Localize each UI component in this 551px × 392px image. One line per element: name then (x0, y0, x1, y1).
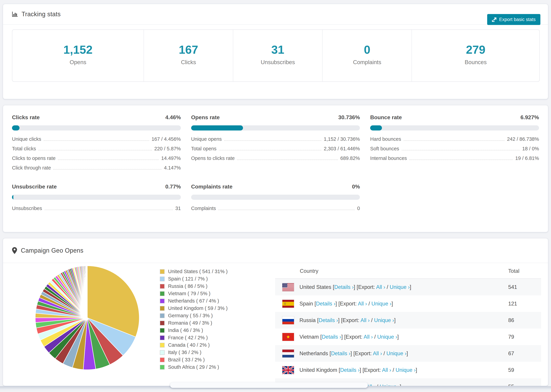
details-link[interactable]: Details › (331, 350, 350, 357)
stat-label: Opens (70, 59, 86, 65)
table-row-nl: Netherlands [Details ›] [Export: All › /… (275, 345, 541, 362)
stat-label: Clicks (181, 59, 196, 65)
export-all-link[interactable]: All › (382, 367, 391, 373)
stat-label: Unsubscribes (261, 59, 295, 65)
stat-label: Complaints (353, 59, 381, 65)
rate-progress-bar (370, 125, 539, 131)
bracket: ] (397, 334, 399, 340)
geo-opens-pie-chart (33, 263, 142, 372)
metric-row: Complaints 0 (191, 206, 360, 215)
rate-progress-fill (370, 125, 382, 131)
legend-label: United States ( 541 / 31% ) (168, 269, 228, 274)
bracket: ] (341, 334, 343, 340)
total-value: 55 (508, 384, 514, 386)
dotted-leader (53, 169, 162, 169)
metric-label: Opens to clicks rate (191, 155, 235, 161)
export-button-label: Export basic stats (499, 17, 536, 22)
details-link[interactable]: Details › (322, 334, 341, 340)
table-body: United States [Details ›] [Export: All ›… (275, 279, 541, 386)
metric-label: Clicks to opens rate (12, 155, 56, 161)
dotted-leader (409, 160, 513, 160)
details-link[interactable]: Details › (340, 367, 360, 373)
legend-item-spain: Spain ( 121 / 7% ) (160, 275, 228, 283)
metric-value: 31 (175, 206, 181, 211)
metric-label: Complaints (191, 206, 216, 211)
table-row-ru: Russia [Details ›] [Export: All › / Uniq… (275, 312, 541, 329)
table-row-es: Spain [Details ›] [Export: All › / Uniqu… (275, 295, 541, 312)
bracket: [ (339, 367, 340, 373)
details-link[interactable]: Details › (319, 317, 338, 323)
export-unique-link[interactable]: Unique › (377, 334, 397, 340)
stat-card-complaints: 0 Complaints (322, 30, 411, 81)
export-unique-link[interactable]: Unique › (390, 284, 410, 290)
geo-opens-title: Campaign Geo Opens (21, 247, 83, 254)
metric-value: 0 (357, 206, 360, 211)
export-unique-link[interactable]: Unique › (386, 350, 406, 357)
rate-section-bounce-rate: Bounce rate 6.927% Hard bounces 242 / 86… (370, 114, 539, 175)
legend-swatch (160, 284, 165, 289)
export-all-link[interactable]: All › (373, 350, 382, 357)
legend-swatch (160, 335, 165, 340)
bracket: ] (354, 284, 355, 290)
total-value: 59 (508, 367, 514, 373)
export-basic-stats-button[interactable]: Export basic stats (487, 14, 540, 25)
legend-label: Brazil ( 33 / 2% ) (168, 357, 205, 363)
dotted-leader (38, 150, 152, 150)
country-name: Vietnam (299, 334, 319, 340)
total-value: 86 (508, 317, 514, 323)
legend-label: Canada ( 40 / 2% ) (168, 342, 210, 348)
rate-title: Clicks rate (12, 114, 40, 121)
rate-header: Complaints rate 0% (191, 183, 360, 190)
legend-label: Netherlands ( 67 / 4% ) (168, 298, 219, 304)
slash: / (374, 334, 376, 340)
legend-swatch (160, 291, 165, 296)
total-value: 67 (508, 350, 514, 357)
dotted-leader (237, 160, 338, 160)
details-link[interactable]: Details › (316, 301, 336, 307)
legend-item-germany: Germany ( 55 / 3% ) (160, 312, 228, 319)
legend-swatch (160, 306, 165, 311)
pie-legend: United States ( 541 / 31% )Spain ( 121 /… (160, 268, 228, 371)
country-column-header: Country (275, 268, 318, 274)
export-unique-link[interactable]: Unique › (372, 301, 391, 307)
legend-label: Spain ( 121 / 7% ) (168, 276, 208, 282)
rate-title: Unsubscribe rate (12, 183, 57, 190)
export-all-link[interactable]: All › (360, 317, 370, 323)
export-unique-link[interactable]: Unique › (380, 384, 400, 386)
country-flag-ru (282, 316, 294, 324)
details-link[interactable]: Details › (334, 284, 354, 290)
table-row-gb: United Kingdom [Details ›] [Export: All … (275, 362, 541, 378)
metric-value: 14.497% (161, 155, 181, 161)
map-marker-icon (12, 247, 17, 254)
total-column-header: Total (508, 268, 519, 274)
dotted-leader (403, 140, 505, 141)
total-value: 121 (508, 301, 517, 307)
export-all-link[interactable]: All › (358, 301, 367, 307)
export-all-link[interactable]: All › (376, 284, 385, 290)
rate-value: 0% (352, 183, 360, 190)
legend-item-vietnam: Vietnam ( 79 / 5% ) (160, 290, 228, 297)
metric-row: Total opens 2,303 / 61.446% (191, 146, 360, 155)
dotted-leader (224, 140, 321, 141)
metric-row: Click through rate 4.147% (12, 165, 181, 175)
country-name: United Kingdom (299, 367, 337, 373)
legend-item-south-africa: South Africa ( 29 / 2% ) (160, 364, 228, 371)
export-unique-link[interactable]: Unique › (396, 367, 416, 373)
dotted-leader (402, 150, 520, 150)
export-unique-link[interactable]: Unique › (374, 317, 394, 323)
metric-value: 220 / 5.87% (154, 146, 181, 152)
horizontal-scrollbar-thumb[interactable] (170, 382, 368, 388)
slash: / (387, 284, 388, 290)
bracket: ] (338, 317, 340, 323)
slash: / (377, 384, 378, 386)
rate-progress-bar (191, 125, 360, 131)
bracket: ] (350, 350, 352, 357)
legend-swatch (160, 321, 165, 325)
rate-metrics: Unsubscribes 31 (12, 206, 181, 215)
metric-row: Unique opens 1,152 / 30.736% (191, 136, 360, 146)
legend-label: Germany ( 55 / 3% ) (168, 313, 213, 318)
metric-label: Total clicks (12, 146, 36, 152)
metric-value: 689.82% (340, 155, 360, 161)
export-all-link[interactable]: All › (364, 334, 373, 340)
legend-label: France ( 42 / 2% ) (168, 335, 208, 341)
